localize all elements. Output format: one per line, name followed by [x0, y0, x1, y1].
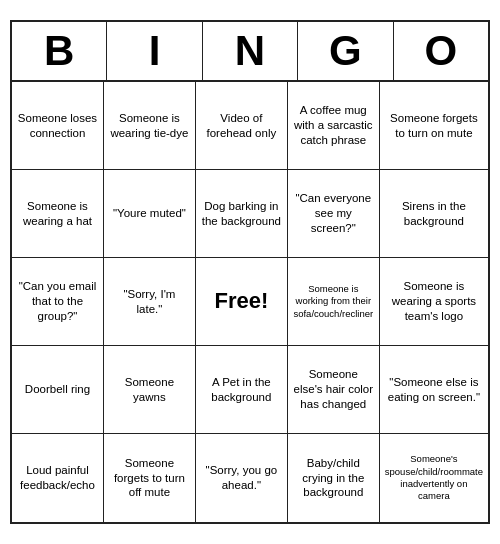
bingo-cell-15: Doorbell ring: [12, 346, 104, 434]
bingo-cell-22: "Sorry, you go ahead.": [196, 434, 288, 522]
bingo-cell-16: Someone yawns: [104, 346, 196, 434]
header-letter-n: N: [203, 22, 298, 80]
header-letter-o: O: [394, 22, 488, 80]
bingo-cell-12: Free!: [196, 258, 288, 346]
bingo-cell-6: "Youre muted": [104, 170, 196, 258]
bingo-cell-2: Video of forehead only: [196, 82, 288, 170]
bingo-cell-8: "Can everyone see my screen?": [288, 170, 380, 258]
bingo-cell-9: Sirens in the background: [380, 170, 488, 258]
bingo-cell-19: "Someone else is eating on screen.": [380, 346, 488, 434]
header-letter-i: I: [107, 22, 202, 80]
bingo-card: BINGO Someone loses connectionSomeone is…: [10, 20, 490, 524]
bingo-cell-20: Loud painful feedback/echo: [12, 434, 104, 522]
bingo-cell-23: Baby/child crying in the background: [288, 434, 380, 522]
bingo-cell-24: Someone's spouse/child/roommate inadvert…: [380, 434, 488, 522]
header-letter-b: B: [12, 22, 107, 80]
bingo-cell-5: Someone is wearing a hat: [12, 170, 104, 258]
bingo-cell-4: Someone forgets to turn on mute: [380, 82, 488, 170]
bingo-cell-1: Someone is wearing tie-dye: [104, 82, 196, 170]
bingo-grid: Someone loses connectionSomeone is weari…: [12, 82, 488, 522]
header-letter-g: G: [298, 22, 393, 80]
bingo-cell-17: A Pet in the background: [196, 346, 288, 434]
bingo-header: BINGO: [12, 22, 488, 82]
bingo-cell-3: A coffee mug with a sarcastic catch phra…: [288, 82, 380, 170]
bingo-cell-0: Someone loses connection: [12, 82, 104, 170]
bingo-cell-13: Someone is working from their sofa/couch…: [288, 258, 380, 346]
bingo-cell-14: Someone is wearing a sports team's logo: [380, 258, 488, 346]
bingo-cell-18: Someone else's hair color has changed: [288, 346, 380, 434]
bingo-cell-11: "Sorry, I'm late.": [104, 258, 196, 346]
bingo-cell-21: Someone forgets to turn off mute: [104, 434, 196, 522]
bingo-cell-10: "Can you email that to the group?": [12, 258, 104, 346]
bingo-cell-7: Dog barking in the background: [196, 170, 288, 258]
